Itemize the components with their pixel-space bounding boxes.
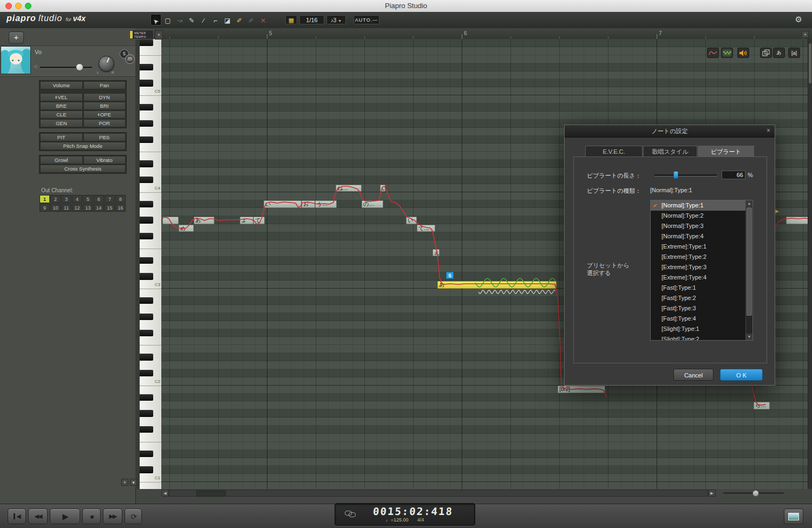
vertical-zoom-in-button[interactable]: + [121,479,128,486]
out-channel-cell[interactable]: 16 [115,204,126,212]
gear-icon[interactable]: ⚙ [795,15,802,24]
vibrato-preset-item[interactable]: [Extreme]:Type:4 [651,272,745,283]
piano-keyboard[interactable]: C5C4C3C2C1 [140,39,162,489]
mute-button[interactable]: m [125,54,135,64]
pan-knob[interactable] [99,56,114,71]
auto-scroll-button[interactable]: AUTO.— [353,15,379,24]
note[interactable]: め [179,225,194,232]
vibrato-preset-item[interactable]: [Extreme]:Type:1 [651,242,745,252]
piano-key-black[interactable] [140,104,153,110]
line-tool[interactable]: ∕ [198,14,209,25]
zoom-in-button[interactable]: + [802,31,809,38]
meter-tempo-box[interactable]: METER TEMPO [129,30,154,40]
note[interactable]: [br2] [558,386,605,393]
out-channel-cell[interactable]: 4 [72,195,82,203]
vibrato-preset-item[interactable]: [Extreme]:Type:2 [651,252,745,262]
scroll-down-icon[interactable]: ▼ [746,334,752,340]
background-image-button[interactable] [784,509,803,524]
note[interactable]: て… [417,225,435,232]
dialog-tab-evec[interactable]: E.V.E.C. [585,146,643,157]
pencil-tool[interactable]: ✎ [186,14,197,25]
vibrato-preset-item[interactable]: [Fast]:Type:3 [651,303,745,314]
piano-key-black[interactable] [140,297,153,304]
vibrato-length-slider[interactable] [654,174,717,177]
note[interactable]: て [253,217,265,224]
note[interactable]: い [264,200,302,208]
param-button-pitch-snap-mode[interactable]: Pitch Snap Mode [40,142,126,150]
piano-key-black[interactable] [140,330,153,336]
lyric-input-toggle[interactable]: あ [773,48,785,58]
param-button-bri[interactable]: BRI [83,102,126,110]
piano-key-black[interactable] [140,136,153,143]
param-button-dyn[interactable]: DYN [83,93,126,101]
out-channel-cell[interactable]: 8 [115,195,126,203]
loop-button[interactable]: ⟳ [125,509,142,524]
volume-slider-thumb[interactable] [76,63,83,71]
piano-key-black[interactable] [140,370,153,376]
list-scrollbar[interactable]: ▲ ▼ [745,200,752,340]
piano-key-black[interactable] [140,410,153,416]
note[interactable]: う… [315,200,337,208]
param-button-ope[interactable]: ılıOPE [83,110,126,119]
piano-key-black[interactable] [140,451,153,457]
out-channel-cell[interactable]: 2 [50,195,61,203]
vibrato-preset-item[interactable]: [Fast]:Type:4 [651,314,745,324]
horizontal-zoom-thumb[interactable] [752,490,759,497]
vibrato-length-value[interactable]: 66 [722,171,745,179]
out-channel-cell[interactable]: 14 [94,204,104,212]
piano-key-black[interactable] [140,257,153,264]
note[interactable] [786,217,808,224]
out-channel-cell[interactable]: 3 [61,195,71,203]
dialog-tab-singing-style[interactable]: 歌唱スタイル [643,146,697,157]
note[interactable]: あ [194,217,214,224]
collapse-panel-button[interactable]: « [155,30,163,40]
marquee-select-tool[interactable]: ▢ [162,14,173,25]
list-scrollbar-thumb[interactable] [746,207,752,316]
out-channel-cell[interactable]: 7 [104,195,115,203]
note[interactable] [162,217,179,224]
vibrato-preset-item[interactable]: [Fast]:Type:1 [651,283,745,293]
vibrato-preset-item[interactable]: [Extreme]:Type:3 [651,262,745,272]
dialog-titlebar[interactable]: ノートの設定 × [565,125,775,138]
piano-key-black[interactable] [140,354,153,360]
preview-volume-toggle[interactable] [737,48,749,58]
param-button-pbs[interactable]: PBS [83,133,126,141]
out-channel-cell[interactable]: 9 [40,204,50,212]
out-channel-cell[interactable]: 5 [83,195,93,203]
overlap-tracks-toggle[interactable] [760,48,772,58]
hscroll-right-arrow[interactable]: ▶ [708,490,716,497]
piano-key-black[interactable] [140,394,153,401]
out-channel-cell[interactable]: 1 [40,195,50,203]
vibrato-preset-item[interactable]: ✔[Normal]:Type:1 [651,200,745,211]
out-channel-cell[interactable]: 13 [83,204,93,212]
volume-slider[interactable] [40,67,92,69]
eraser-tool[interactable]: ◪ [222,14,233,25]
note[interactable]: よ [240,217,253,224]
out-channel-cell[interactable]: 6 [94,195,104,203]
param-button-pan[interactable]: Pan [83,81,126,89]
out-channel-cell[interactable]: 12 [72,204,82,212]
vibrato-preset-list[interactable]: ✔[Normal]:Type:1[Normal]:Type:2[Normal]:… [650,200,753,341]
param-button-cross-synthesis[interactable]: Cross Synthesis [40,165,126,173]
piano-key-black[interactable] [140,40,153,46]
piano-key-black[interactable] [140,314,153,320]
vibrato-preset-item[interactable]: [Slight]:Type:2 [651,334,745,341]
play-button[interactable]: ▶ [50,509,80,524]
dialog-tab-vibrato[interactable]: ビブラート [698,146,754,157]
note[interactable]: の… [362,200,383,208]
ok-button[interactable]: O K [720,369,763,381]
param-button-cle[interactable]: CLE [40,110,83,119]
piano-key-black[interactable] [140,160,153,167]
note[interactable]: ら… [754,402,770,409]
out-channel-cell[interactable]: 11 [61,204,71,212]
vibrato-preset-item[interactable]: [Normal]:Type:4 [651,231,745,242]
param-button-gen[interactable]: GEN [40,119,83,127]
vertical-scrollbar[interactable] [808,39,812,489]
horizontal-scrollbar[interactable] [169,490,708,497]
polyline-tool[interactable]: ⌐ [210,14,221,25]
tuplet-select[interactable]: ♪3▼ [326,15,346,24]
out-channel-cell[interactable]: 10 [50,204,61,212]
param-button-bre[interactable]: BRE [40,102,83,110]
quantize-grid-button[interactable]: ▦ [285,15,297,24]
piano-key-black[interactable] [140,426,153,433]
